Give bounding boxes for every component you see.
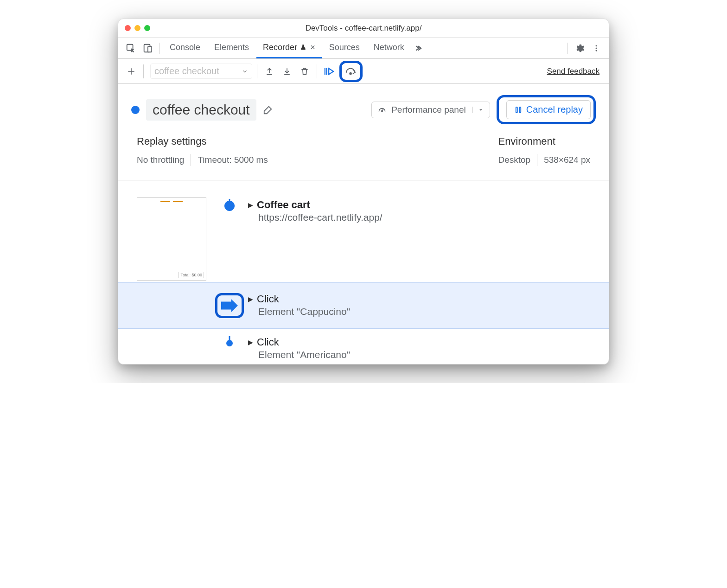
- step-row-current[interactable]: ▶ Click Element "Cappucino": [118, 282, 609, 329]
- current-step-highlight: [215, 293, 244, 318]
- separator: [159, 43, 159, 54]
- recording-status-dot: [131, 106, 140, 114]
- separator: [568, 43, 568, 54]
- settings-row: Replay settings No throttling Timeout: 5…: [118, 135, 609, 180]
- step-title: Click: [257, 293, 279, 305]
- recording-header: coffee checkout Performance panel Cancel…: [118, 84, 609, 135]
- new-recording-icon[interactable]: [124, 64, 139, 79]
- step-over-icon[interactable]: [344, 64, 358, 79]
- tab-sources[interactable]: Sources: [323, 38, 366, 58]
- step-subtitle: Element "Americano": [258, 349, 590, 360]
- close-window-button[interactable]: [125, 25, 131, 31]
- experiment-icon: [300, 44, 306, 51]
- step-title: Coffee cart: [257, 199, 310, 211]
- more-tabs-icon[interactable]: [412, 40, 427, 56]
- main-tabbar: Console Elements Recorder × Sources Netw…: [118, 38, 609, 59]
- timeline-node-pending: [226, 340, 233, 346]
- step-row-pending[interactable]: ▶ Click Element "Americano": [118, 329, 609, 364]
- performance-panel-select[interactable]: Performance panel: [371, 102, 490, 118]
- svg-point-4: [596, 47, 597, 49]
- send-feedback-link[interactable]: Send feedback: [547, 67, 603, 76]
- step-row-start[interactable]: ▬▬▬ ▬▬▬ Total: $0.00 ▶ Coffee cart https…: [118, 199, 609, 282]
- close-tab-icon[interactable]: ×: [310, 43, 315, 52]
- viewport-value: 538×624 px: [544, 155, 590, 165]
- devtools-window: DevTools - coffee-cart.netlify.app/ Cons…: [118, 19, 609, 364]
- expand-icon[interactable]: ▶: [248, 295, 253, 303]
- environment-heading: Environment: [498, 135, 590, 147]
- replay-settings: Replay settings No throttling Timeout: 5…: [137, 135, 268, 166]
- tab-console[interactable]: Console: [163, 38, 207, 58]
- kebab-menu-icon[interactable]: [588, 40, 604, 56]
- cancel-replay-highlight: Cancel replay: [497, 95, 596, 124]
- minimize-window-button[interactable]: [134, 25, 140, 31]
- chevron-down-icon: [472, 107, 484, 113]
- svg-point-7: [382, 110, 383, 112]
- svg-point-5: [596, 50, 597, 51]
- titlebar: DevTools - coffee-cart.netlify.app/: [118, 19, 609, 38]
- maximize-window-button[interactable]: [144, 25, 150, 31]
- inspect-element-icon[interactable]: [123, 40, 139, 56]
- replay-settings-heading: Replay settings: [137, 135, 268, 147]
- pause-icon: [514, 106, 523, 114]
- recording-select[interactable]: coffee checkout: [150, 64, 252, 79]
- current-step-arrow-icon: [221, 299, 238, 312]
- svg-rect-2: [148, 46, 152, 52]
- step-subtitle: Element "Cappucino": [258, 306, 590, 317]
- delete-icon[interactable]: [297, 64, 312, 79]
- timeout-value[interactable]: Timeout: 5000 ms: [198, 155, 268, 165]
- edit-name-icon[interactable]: [263, 105, 273, 115]
- tab-network[interactable]: Network: [367, 38, 411, 58]
- traffic-lights: [125, 25, 150, 31]
- gauge-icon: [377, 105, 387, 115]
- svg-rect-8: [516, 107, 517, 113]
- window-title: DevTools - coffee-cart.netlify.app/: [118, 24, 609, 33]
- import-icon[interactable]: [280, 64, 294, 79]
- tab-recorder[interactable]: Recorder ×: [256, 38, 322, 58]
- svg-point-6: [350, 72, 351, 74]
- device-toolbar-icon[interactable]: [140, 40, 155, 56]
- svg-point-3: [596, 45, 597, 46]
- device-value: Desktop: [498, 155, 530, 165]
- step-subtitle: https://coffee-cart.netlify.app/: [258, 212, 590, 223]
- tab-elements[interactable]: Elements: [208, 38, 255, 58]
- chevron-down-icon: [242, 68, 248, 75]
- thumbnail-total: Total: $0.00: [179, 272, 204, 278]
- continue-replay-icon[interactable]: [322, 64, 337, 79]
- recording-name[interactable]: coffee checkout: [146, 99, 256, 121]
- step-title: Click: [257, 336, 279, 348]
- svg-rect-9: [519, 107, 521, 113]
- throttling-value[interactable]: No throttling: [137, 155, 184, 165]
- settings-gear-icon[interactable]: [572, 40, 587, 56]
- export-icon[interactable]: [262, 64, 277, 79]
- environment-settings: Environment Desktop 538×624 px: [498, 135, 590, 166]
- recorder-toolbar: coffee checkout Send feedback: [118, 59, 609, 84]
- timeline-node-start: [224, 201, 235, 211]
- steps-list: ▬▬▬ ▬▬▬ Total: $0.00 ▶ Coffee cart https…: [118, 180, 609, 364]
- expand-icon[interactable]: ▶: [248, 201, 253, 209]
- cancel-replay-button[interactable]: Cancel replay: [506, 100, 591, 119]
- step-thumbnail: ▬▬▬ ▬▬▬ Total: $0.00: [137, 197, 206, 281]
- step-over-highlight: [339, 61, 363, 82]
- expand-icon[interactable]: ▶: [248, 339, 253, 346]
